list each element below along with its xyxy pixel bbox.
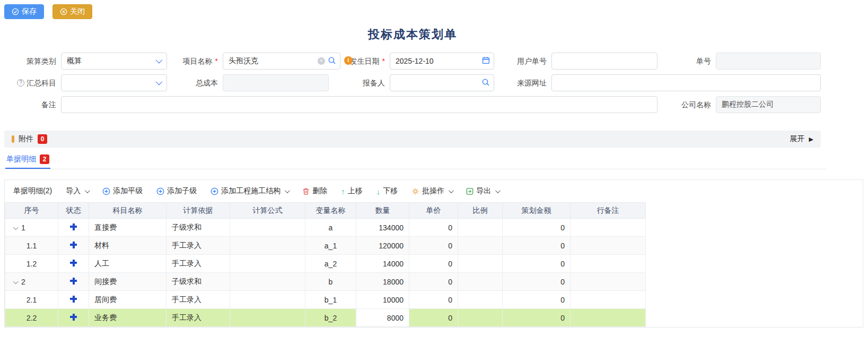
cell-amount[interactable]: 0 [503,291,571,309]
cell-subject[interactable]: 业务费 [89,309,166,327]
cell-var[interactable]: b_2 [305,309,356,327]
user-no-input[interactable] [551,53,657,70]
expand-toggle[interactable]: 展开 ▶ [790,134,813,144]
cell-ratio[interactable] [458,309,503,327]
move-down-button[interactable]: ↓ 下移 [376,186,398,196]
cell-no[interactable]: 2 [5,273,58,291]
cell-remark[interactable] [571,255,646,273]
cell-price[interactable]: 0 [409,219,458,237]
occur-date-input[interactable] [390,53,494,70]
cell-var[interactable]: a_2 [305,255,356,273]
move-up-button[interactable]: ↑ 上移 [341,186,363,196]
cell-remark[interactable] [571,291,646,309]
reporter-input[interactable] [390,74,494,91]
cell-ratio[interactable] [458,219,503,237]
cell-remark[interactable] [571,273,646,291]
import-button[interactable]: 导入 [66,186,89,196]
export-button[interactable]: 导出 [466,186,499,196]
cell-remark[interactable] [571,219,646,237]
cell-var[interactable]: b [305,273,356,291]
add-row-plus-icon[interactable] [70,223,77,230]
search-icon[interactable] [328,56,336,66]
cell-ratio[interactable] [458,255,503,273]
cell-formula[interactable] [230,237,305,255]
cell-formula[interactable] [230,291,305,309]
cell-price[interactable]: 0 [409,291,458,309]
cell-ratio[interactable] [458,273,503,291]
cell-qty[interactable]: 10000 [356,291,409,309]
tab-detail[interactable]: 单据明细 2 [5,154,50,169]
cell-var[interactable]: b_1 [305,291,356,309]
cell-amount[interactable]: 0 [503,237,571,255]
cell-basis[interactable]: 子级求和 [166,219,230,237]
cell-var[interactable]: a_1 [305,237,356,255]
cell-no[interactable]: 1.1 [5,237,58,255]
clear-icon[interactable]: × [318,57,325,65]
cell-formula[interactable] [230,309,305,327]
cell-qty[interactable]: 120000 [356,237,409,255]
cell-subject[interactable]: 居间费 [89,291,166,309]
cell-status[interactable] [58,273,89,291]
cell-price[interactable]: 0 [409,237,458,255]
cell-basis[interactable]: 手工录入 [166,255,230,273]
question-circle-icon[interactable]: ? [17,79,24,87]
add-sibling-button[interactable]: 添加平级 [102,186,143,196]
add-row-plus-icon[interactable] [70,296,77,303]
cell-subject[interactable]: 直接费 [89,219,166,237]
tree-collapse-icon[interactable] [13,279,19,284]
cell-qty[interactable]: 14000 [356,255,409,273]
table-row[interactable]: 1直接费子级求和a13400000 [5,219,646,237]
remark-input[interactable] [61,96,657,113]
cell-no[interactable]: 1.2 [5,255,58,273]
cell-basis[interactable]: 手工录入 [166,237,230,255]
cell-subject[interactable]: 间接费 [89,273,166,291]
cell-price[interactable]: 0 [409,255,458,273]
cell-amount[interactable]: 0 [503,219,571,237]
cell-price[interactable]: 0 [409,309,458,327]
table-row[interactable]: 2.1居间费手工录入b_11000000 [5,291,646,309]
cell-remark[interactable] [571,237,646,255]
table-row[interactable]: 2间接费子级求和b1800000 [5,273,646,291]
add-child-button[interactable]: 添加子级 [156,186,197,196]
table-row[interactable]: 2.2业务费手工录入b_2800000 [5,309,646,327]
cell-no[interactable]: 1 [5,219,58,237]
add-structure-button[interactable]: 添加工程施工结构 [211,186,288,196]
cell-basis[interactable]: 手工录入 [166,309,230,327]
cell-formula[interactable] [230,255,305,273]
table-row[interactable]: 1.2人工手工录入a_21400000 [5,255,646,273]
cell-basis[interactable]: 子级求和 [166,273,230,291]
calc-type-select[interactable]: 概算 [61,53,167,70]
cell-basis[interactable]: 手工录入 [166,291,230,309]
cell-qty[interactable]: 18000 [356,273,409,291]
cell-qty[interactable]: 8000 [356,309,409,327]
cell-remark[interactable] [571,309,646,327]
calendar-icon[interactable] [482,56,490,66]
add-row-plus-icon[interactable] [70,242,77,248]
add-row-plus-icon[interactable] [70,260,77,266]
cell-subject[interactable]: 材料 [89,237,166,255]
batch-operation-button[interactable]: 批操作 [411,186,452,196]
add-row-plus-icon[interactable] [70,314,77,321]
cell-formula[interactable] [230,219,305,237]
add-row-plus-icon[interactable] [70,278,77,285]
summary-subject-select[interactable] [61,74,167,91]
cell-status[interactable] [58,219,89,237]
close-button[interactable]: 关闭 [52,4,92,19]
cell-price[interactable]: 0 [409,273,458,291]
info-icon[interactable]: i [344,56,353,65]
cell-ratio[interactable] [458,291,503,309]
delete-button[interactable]: 删除 [302,186,327,196]
cell-qty[interactable]: 134000 [356,219,409,237]
cell-amount[interactable]: 0 [503,273,571,291]
cell-formula[interactable] [230,273,305,291]
cell-var[interactable]: a [305,219,356,237]
cell-no[interactable]: 2.2 [5,309,58,327]
cell-ratio[interactable] [458,237,503,255]
save-button[interactable]: 保存 [4,4,44,19]
cell-status[interactable] [58,291,89,309]
search-icon[interactable] [481,78,490,88]
cell-subject[interactable]: 人工 [89,255,166,273]
cell-amount[interactable]: 0 [503,255,571,273]
cell-status[interactable] [58,237,89,255]
cell-status[interactable] [58,255,89,273]
